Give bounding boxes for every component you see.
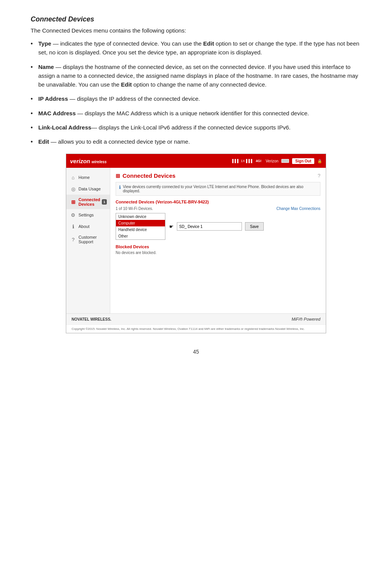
device-row: Unknown device Computer Handheld device … (116, 213, 320, 240)
sidebar: ⌂ Home ◎ Data Usage ⊞ Connected Devices … (66, 168, 110, 313)
no-blocked-text: No devices are blocked. (116, 251, 320, 255)
signal-1x-label: 1X (241, 159, 245, 163)
change-max-connections-link[interactable]: Change Max Connections (276, 206, 320, 211)
term-ip-address: IP Address (38, 95, 68, 102)
device-type-dropdown[interactable]: Unknown device Computer Handheld device … (116, 213, 165, 240)
about-icon: ℹ (70, 223, 76, 229)
blocked-devices-heading: Blocked Devices (116, 244, 320, 249)
signal-bar-data: ▌▌▌ (246, 159, 253, 163)
sidebar-item-about-label: About (78, 224, 90, 229)
connected-devices-badge: 1 (102, 199, 107, 205)
settings-icon: ⚙ (70, 212, 76, 218)
sidebar-item-data-usage-label: Data Usage (78, 187, 101, 191)
help-icon[interactable]: ? (318, 173, 320, 179)
term-link-local: Link-Local Address (38, 124, 91, 131)
info-box: ℹ View devices currently connected to yo… (116, 182, 320, 196)
device-count: 1 of 10 Wi-Fi Devices. Change Max Connec… (116, 206, 320, 211)
screenshot-footer: NOVATEL WIRELESS. MiFi® Powered (66, 313, 326, 324)
sidebar-item-data-usage[interactable]: ◎ Data Usage (66, 183, 110, 195)
nav-right: ▌▌▌ 1X ▌▌▌ 4G! Verizon Sign Out 🔒 (232, 158, 322, 164)
term-mac-address: MAC Address (38, 110, 76, 116)
main-area: ⌂ Home ◎ Data Usage ⊞ Connected Devices … (66, 168, 326, 313)
connected-devices-title-icon: ⊞ (116, 173, 120, 179)
info-circle-icon: ℹ (119, 185, 121, 190)
battery-icon (281, 159, 289, 163)
term-type: Type (38, 40, 51, 47)
screenshot-wrapper: verizon wireless ▌▌▌ 1X ▌▌▌ 4G! Verizon … (31, 154, 361, 333)
content-panel: ⊞ Connected Devices ? ℹ View devices cur… (110, 168, 326, 313)
page-number: 45 (31, 349, 361, 355)
term-edit: Edit (38, 138, 49, 145)
list-item: Edit — allows you to edit a connected de… (31, 137, 361, 146)
bullet-list: Type — indicates the type of connected d… (31, 39, 361, 146)
content-title-text: Connected Devices (122, 172, 175, 179)
sidebar-item-customer-support[interactable]: ? Customer Support (66, 232, 110, 247)
dropdown-item-other[interactable]: Other (116, 233, 165, 239)
content-header: ⊞ Connected Devices ? (116, 172, 320, 179)
list-item: Name — displays the hostname of the conn… (31, 62, 361, 89)
sidebar-item-home-label: Home (78, 175, 90, 180)
sidebar-item-home[interactable]: ⌂ Home (66, 172, 110, 183)
wireless-label: wireless (91, 160, 106, 164)
carrier-label: Verizon (266, 159, 278, 163)
device-count-text: 1 of 10 Wi-Fi Devices. (116, 206, 153, 211)
connected-devices-icon: ⊞ (70, 199, 76, 205)
section-heading: Connected Devices (Verizon-4GLTE-BRV-942… (116, 200, 320, 204)
data-usage-icon: ◎ (70, 186, 76, 192)
sidebar-item-connected-devices[interactable]: ⊞ Connected Devices 1 (66, 195, 110, 209)
footer-mifi-logo: MiFi® Powered (292, 317, 320, 321)
signal-icons: ▌▌▌ 1X ▌▌▌ 4G! (232, 159, 263, 163)
intro-text: The Connected Devices menu contains the … (31, 27, 361, 34)
term-name: Name (38, 64, 54, 70)
sidebar-item-settings-label: Settings (78, 213, 94, 217)
device-name-input[interactable] (177, 222, 242, 231)
lock-icon: 🔒 (317, 159, 322, 163)
sidebar-item-about[interactable]: ℹ About (66, 221, 110, 232)
list-item: Link-Local Address— displays the Link-Lo… (31, 123, 361, 132)
signal-bar-voice: ▌▌▌ (232, 159, 240, 163)
sidebar-item-settings[interactable]: ⚙ Settings (66, 209, 110, 221)
nav-logo: verizon wireless (70, 158, 107, 164)
page-title: Connected Devices (31, 15, 361, 23)
cursor-hand-icon: ☛ (169, 224, 174, 229)
footer-copyright: Copyright ©2015. Novatel Wireless, Inc. … (66, 324, 326, 333)
home-icon: ⌂ (70, 174, 76, 180)
customer-support-icon: ? (70, 236, 76, 243)
sign-out-button[interactable]: Sign Out (292, 158, 314, 164)
save-button[interactable]: Save (245, 222, 264, 231)
list-item: MAC Address — displays the MAC Address w… (31, 109, 361, 118)
dropdown-item-handheld[interactable]: Handheld device (116, 226, 165, 233)
dropdown-item-unknown[interactable]: Unknown device (116, 213, 165, 220)
list-item: IP Address — displays the IP address of … (31, 94, 361, 103)
dropdown-list: Unknown device Computer Handheld device … (116, 213, 165, 240)
nav-bar: verizon wireless ▌▌▌ 1X ▌▌▌ 4G! Verizon … (66, 154, 326, 168)
content-title: ⊞ Connected Devices (116, 172, 175, 179)
sidebar-item-customer-support-label: Customer Support (78, 235, 106, 244)
list-item: Type — indicates the type of connected d… (31, 39, 361, 57)
verizon-brand: verizon (70, 158, 90, 164)
screenshot: verizon wireless ▌▌▌ 1X ▌▌▌ 4G! Verizon … (66, 154, 326, 333)
info-text: View devices currently connected to your… (123, 185, 317, 193)
dropdown-item-computer[interactable]: Computer (116, 220, 165, 226)
signal-4g-label: 4G! (255, 159, 263, 163)
footer-novatel-logo: NOVATEL WIRELESS. (72, 317, 111, 321)
